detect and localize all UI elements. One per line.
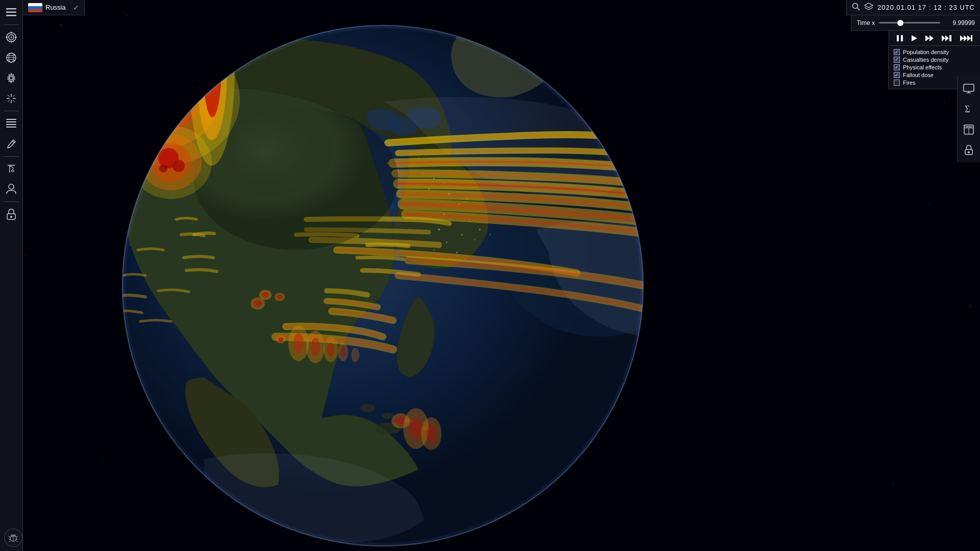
svg-point-19 [438,229,440,231]
search-icon[interactable] [852,3,860,13]
sidebar-divider-2 [4,111,19,111]
svg-point-72 [327,343,334,356]
svg-marker-128 [945,35,949,41]
svg-point-143 [968,152,970,154]
svg-point-57 [173,160,185,172]
svg-point-21 [446,242,448,243]
layer-casualties-density-label: Casualties density [903,57,948,63]
svg-point-119 [10,216,12,218]
svg-rect-133 [971,35,972,41]
svg-rect-123 [901,35,903,41]
svg-marker-130 [960,35,964,41]
svg-rect-108 [6,121,16,122]
crosshair-icon[interactable] [2,89,20,108]
svg-point-82 [194,107,398,250]
svg-point-7 [102,459,103,460]
svg-point-75 [351,348,359,362]
monitor-icon[interactable] [960,80,978,98]
svg-point-64 [254,300,262,307]
layer-population-density-label: Population density [903,49,949,55]
svg-point-8 [893,484,893,485]
layer-casualties-density[interactable]: Casualties density [894,57,975,63]
country-selector[interactable]: Russia ✓ [23,0,85,15]
svg-marker-125 [925,35,929,41]
edit-icon[interactable] [2,135,20,153]
pause-button[interactable] [894,34,905,43]
svg-line-111 [12,141,14,143]
target-icon[interactable] [2,28,20,46]
svg-rect-109 [6,124,16,125]
layer-fires-checkbox[interactable] [894,80,900,86]
lock-icon[interactable] [2,205,20,223]
layer-casualties-density-checkbox[interactable] [894,57,900,63]
fast-forward-button[interactable] [923,34,936,43]
svg-line-121 [857,8,860,10]
play-button[interactable] [909,34,920,43]
svg-point-62 [277,294,283,299]
svg-point-10 [929,204,929,205]
calculator-icon[interactable] [960,120,978,139]
russia-flag [28,3,42,12]
svg-point-34 [489,234,491,235]
svg-line-148 [16,536,18,537]
bug-report-icon[interactable] [4,529,22,547]
time-controls: Time x 9.99999 [851,15,980,31]
svg-line-103 [8,95,10,97]
layer-physical-effects-label: Physical effects [903,64,942,70]
globe-icon[interactable] [2,48,20,67]
crane-icon[interactable] [2,160,20,178]
svg-text:Σ: Σ [965,104,970,114]
svg-marker-126 [929,35,934,41]
layer-population-density[interactable]: Population density [894,49,975,55]
list-icon[interactable] [2,114,20,133]
layer-fallout-dose-checkbox[interactable] [894,72,900,78]
faster-forward-button[interactable] [939,34,954,43]
svg-point-117 [9,184,14,189]
sidebar-divider-4 [4,202,19,202]
svg-line-104 [13,95,15,97]
layer-physical-effects-checkbox[interactable] [894,64,900,70]
time-slider-thumb[interactable] [897,20,903,26]
datetime-bar: 2020.01.01 17 : 12 : 23 UTC [846,0,980,15]
sidebar-divider-3 [4,156,19,157]
svg-line-105 [8,100,10,102]
datetime-display: 2020.01.01 17 : 12 : 23 UTC [877,4,975,11]
svg-point-42 [382,413,394,419]
svg-point-70 [311,338,320,356]
svg-point-4 [944,102,945,103]
svg-rect-122 [897,35,899,41]
layer-fires-label: Fires [903,80,915,86]
fastest-forward-button[interactable] [958,34,975,43]
svg-point-60 [262,292,269,298]
svg-point-120 [852,3,857,8]
svg-marker-127 [942,35,945,41]
time-slider[interactable] [879,22,940,23]
svg-line-114 [10,165,14,168]
settings-icon[interactable] [2,69,20,87]
top-bar: Russia ✓ [23,0,85,15]
right-lock-icon[interactable] [960,141,978,159]
layer-physical-effects[interactable]: Physical effects [894,64,975,70]
left-sidebar [0,0,23,551]
svg-point-68 [293,333,304,354]
country-checkmark-icon: ✓ [73,4,79,12]
top-right-panel: 2020.01.01 17 : 12 : 23 UTC Time x 9.999… [846,0,980,89]
user-icon[interactable] [2,180,20,198]
speed-value: 9.99999 [944,19,975,27]
svg-point-98 [10,77,13,80]
layer-population-density-checkbox[interactable] [894,49,900,55]
svg-marker-132 [967,35,971,41]
svg-line-151 [9,541,10,542]
svg-rect-87 [6,15,16,16]
svg-point-1 [61,25,62,26]
menu-icon[interactable] [2,3,20,21]
svg-point-20 [461,234,463,236]
svg-rect-86 [6,12,16,13]
sigma-icon[interactable]: Σ [960,100,978,118]
globe-view[interactable] [0,0,980,551]
svg-point-22 [474,239,475,240]
svg-point-66 [278,337,283,341]
svg-line-152 [16,541,17,542]
right-sidebar: Σ [957,77,980,162]
layers-icon[interactable] [864,3,873,13]
